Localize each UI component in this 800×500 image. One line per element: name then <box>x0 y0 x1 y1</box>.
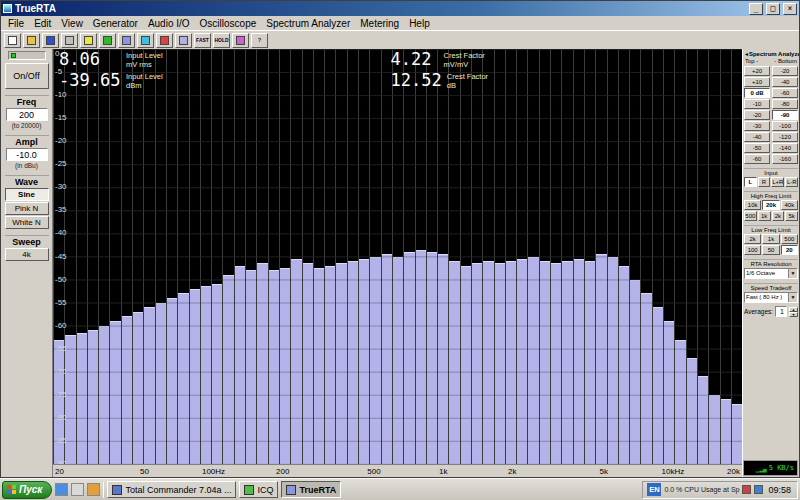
rta-bar <box>359 259 369 464</box>
db-bottom-button--40[interactable]: -40 <box>772 77 798 87</box>
save-icon[interactable] <box>42 33 59 48</box>
db-bottom-button--20[interactable]: -20 <box>772 66 798 76</box>
y-axis-label: -70 <box>55 368 67 376</box>
generator-led-icon <box>11 53 16 58</box>
menu-item-oscilloscope[interactable]: Oscilloscope <box>195 18 262 29</box>
rta-resolution-dropdown[interactable]: 1/6 Octave ▼ <box>744 268 798 279</box>
new-file-icon[interactable] <box>4 33 21 48</box>
high-freq-button-40k[interactable]: 40k <box>781 200 798 210</box>
quick-launch-folder-icon[interactable] <box>87 483 100 496</box>
tray-antivirus-icon[interactable] <box>742 485 751 494</box>
task-button-total-commander-7-04a-[interactable]: Total Commander 7.04a ... <box>107 481 236 498</box>
db-top-button-+20[interactable]: +20 <box>744 66 770 76</box>
high-freq-button-500[interactable]: 500 <box>744 211 757 221</box>
db-bottom-button--160[interactable]: -160 <box>772 154 798 164</box>
bar-display-icon[interactable] <box>175 33 192 48</box>
spinner-down-icon[interactable]: ▼ <box>789 312 798 317</box>
input-button-l[interactable]: L <box>744 177 757 187</box>
menu-item-file[interactable]: File <box>3 18 29 29</box>
open-folder-icon[interactable] <box>23 33 40 48</box>
menu-item-spectrum-analyzer[interactable]: Spectrum Analyzer <box>261 18 355 29</box>
high-freq-button-10k[interactable]: 10k <box>744 200 761 210</box>
freq-field[interactable]: 200 <box>6 108 48 121</box>
input-button-l-r[interactable]: L-R <box>785 177 798 187</box>
db-top-button--50[interactable]: -50 <box>744 143 770 153</box>
help-button[interactable]: ? <box>251 33 268 48</box>
wave-button-pink-n[interactable]: Pink N <box>5 202 49 215</box>
wave-button-sine[interactable]: Sine <box>5 188 49 201</box>
hold-button[interactable]: HOLD <box>213 33 230 48</box>
generator-icon[interactable] <box>80 33 97 48</box>
rta-bar <box>382 254 392 464</box>
close-button[interactable]: × <box>783 3 797 15</box>
rta-bar-slot <box>460 49 471 464</box>
task-button-truerta[interactable]: TrueRTA <box>281 481 341 498</box>
minimize-button[interactable]: _ <box>749 3 763 15</box>
rta-bar-slot <box>652 49 663 464</box>
start-button[interactable]: Пуск <box>2 481 52 499</box>
open-folder-icon <box>27 36 36 45</box>
db-top-button--30[interactable]: -30 <box>744 121 770 131</box>
tray-volume-icon[interactable] <box>754 485 763 494</box>
maximize-button[interactable]: □ <box>766 3 780 15</box>
generator-on-off-button[interactable]: On/Off <box>5 63 49 89</box>
menu-item-generator[interactable]: Generator <box>88 18 143 29</box>
db-bottom-button--140[interactable]: -140 <box>772 143 798 153</box>
oscilloscope-icon[interactable] <box>99 33 116 48</box>
low-freq-button-2k[interactable]: 2k <box>744 234 761 244</box>
menu-item-view[interactable]: View <box>56 18 88 29</box>
sweep-4k-button[interactable]: 4k <box>5 248 49 261</box>
low-freq-button-20[interactable]: 20 <box>781 245 798 255</box>
input-button-l+r[interactable]: L+R <box>771 177 784 187</box>
calibration-icon[interactable] <box>232 33 249 48</box>
language-indicator[interactable]: EN <box>647 483 661 496</box>
db-bottom-button--80[interactable]: -80 <box>772 99 798 109</box>
db-bottom-button--90[interactable]: -90 <box>772 110 798 120</box>
spectrum-analyzer-icon[interactable] <box>118 33 135 48</box>
low-freq-button-500[interactable]: 500 <box>781 234 798 244</box>
high-freq-button-1k[interactable]: 1k <box>758 211 771 221</box>
db-top-button--40[interactable]: -40 <box>744 132 770 142</box>
db-top-button-+10[interactable]: +10 <box>744 77 770 87</box>
db-top-button--10[interactable]: -10 <box>744 99 770 109</box>
input-button-r[interactable]: R <box>758 177 771 187</box>
averages-spinner[interactable]: ▲▼ <box>789 307 798 317</box>
speed-tradeoff-dropdown[interactable]: Fast ( 80 Hz ) ▼ <box>744 292 798 303</box>
generator-panel: On/Off Freq 200 (to 20000) Ampl -10.0 (i… <box>1 49 53 477</box>
high-freq-button-2k[interactable]: 2k <box>772 211 785 221</box>
rta-bar <box>257 263 267 464</box>
db-bottom-button--100[interactable]: -100 <box>772 121 798 131</box>
menu-item-edit[interactable]: Edit <box>29 18 56 29</box>
menu-item-metering[interactable]: Metering <box>355 18 404 29</box>
dual-trace-icon[interactable] <box>137 33 154 48</box>
rta-bar <box>608 257 618 465</box>
y-axis-label: -35 <box>55 206 67 214</box>
rta-bar <box>698 376 708 464</box>
quick-launch-browser-icon[interactable] <box>55 483 68 496</box>
ampl-field[interactable]: -10.0 <box>6 148 48 161</box>
print-icon[interactable] <box>61 33 78 48</box>
wave-button-white-n[interactable]: White N <box>5 216 49 229</box>
db-bottom-button--60[interactable]: -60 <box>772 88 798 98</box>
low-freq-button-1k[interactable]: 1k <box>762 234 779 244</box>
task-button-icq[interactable]: ICQ <box>239 481 278 498</box>
low-freq-button-100[interactable]: 100 <box>744 245 761 255</box>
db-top-button-0-db[interactable]: 0 dB <box>744 88 770 98</box>
menu-item-help[interactable]: Help <box>404 18 435 29</box>
db-bottom-button--120[interactable]: -120 <box>772 132 798 142</box>
quick-launch-desktop-icon[interactable] <box>71 483 84 496</box>
analyzer-panel-title: Spectrum Analyzer <box>749 51 799 57</box>
low-freq-button-50[interactable]: 50 <box>762 245 779 255</box>
high-freq-button-20k[interactable]: 20k <box>762 200 779 210</box>
meter-icon[interactable] <box>156 33 173 48</box>
fast-average-button[interactable]: FAST <box>194 33 211 48</box>
db-top-button--20[interactable]: -20 <box>744 110 770 120</box>
high-freq-button-5k[interactable]: 5k <box>785 211 798 221</box>
main-area: On/Off Freq 200 (to 20000) Ampl -10.0 (i… <box>1 49 799 477</box>
rta-bar-slot <box>121 49 132 464</box>
y-axis-label: -20 <box>55 137 67 145</box>
menu-item-audio-i-o[interactable]: Audio I/O <box>143 18 195 29</box>
db-top-button--60[interactable]: -60 <box>744 154 770 164</box>
spectrum-display-column: 0-5-10-15-20-25-30-35-40-45-50-55-60-65-… <box>53 49 742 477</box>
averages-field[interactable]: 1 <box>775 306 787 317</box>
